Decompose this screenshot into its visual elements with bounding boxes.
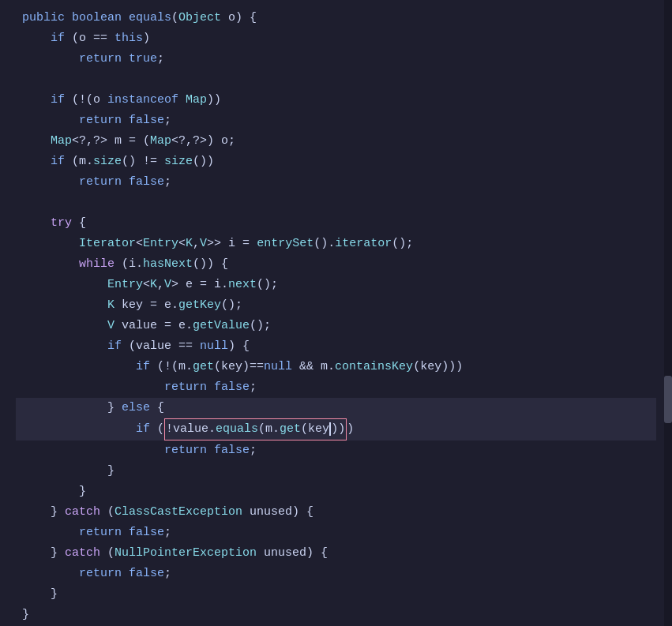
code-line-9: return false; [16, 172, 656, 193]
code-line-11: try { [16, 213, 656, 234]
code-line-27: } catch (NullPointerException unused) { [16, 543, 656, 564]
code-line-3: return true; [16, 49, 656, 69]
code-line-1: public boolean equals(Object o) { [16, 8, 656, 28]
code-line-25: } catch (ClassCastException unused) { [16, 502, 656, 523]
code-line-12: Iterator<Entry<K,V>> i = entrySet().iter… [16, 234, 656, 254]
code-line-23: } [16, 461, 656, 482]
keyword-public: public [22, 8, 65, 28]
code-line-21: if (!value.equals(m.get(key​))) [16, 418, 656, 440]
code-line-2: if (o == this) [16, 28, 656, 49]
code-line-24: } [16, 482, 656, 502]
code-line-13: while (i.hasNext()) { [16, 254, 656, 275]
red-box-highlight: !value.equals(m.get(key​)) [164, 418, 347, 440]
code-line-18: if (!(m.get(key)==null && m.containsKey(… [16, 357, 656, 377]
code-line-10 [16, 193, 656, 213]
code-line-29: } [16, 584, 656, 605]
code-line-16: V value = e.getValue(); [16, 316, 656, 336]
code-line-17: if (value == null) { [16, 336, 656, 357]
code-lines: public boolean equals(Object o) { if (o … [0, 8, 672, 625]
scrollbar-thumb[interactable] [664, 376, 672, 423]
code-line-14: Entry<K,V> e = i.next(); [16, 275, 656, 295]
code-line-26: return false; [16, 523, 656, 543]
code-line-4 [16, 69, 656, 90]
code-line-30: } [16, 605, 656, 625]
code-line-8: if (m.size() != size()) [16, 152, 656, 172]
code-editor: public boolean equals(Object o) { if (o … [0, 0, 672, 626]
code-line-28: return false; [16, 564, 656, 584]
scrollbar[interactable] [664, 0, 672, 626]
code-line-7: Map<?,?> m = (Map<?,?>) o; [16, 131, 656, 152]
code-line-19: return false; [16, 377, 656, 398]
code-line-20: } else { [16, 398, 656, 418]
code-line-6: return false; [16, 111, 656, 131]
code-line-15: K key = e.getKey(); [16, 295, 656, 316]
code-line-5: if (!(o instanceof Map)) [16, 90, 656, 111]
code-line-22: return false; [16, 440, 656, 461]
